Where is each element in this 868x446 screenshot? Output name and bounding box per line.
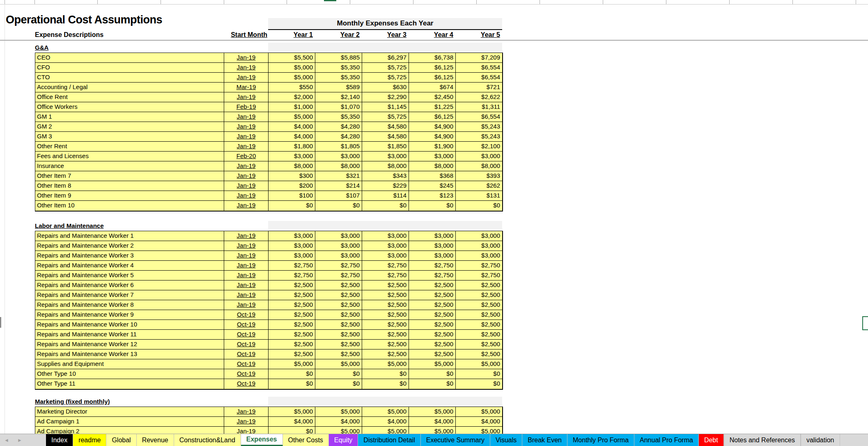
year-value-cell[interactable]: $674 [409,83,456,92]
year-value-cell[interactable]: $5,725 [362,73,409,83]
year-value-cell[interactable]: $2,450 [409,92,456,102]
year-value-cell[interactable]: $8,000 [456,161,503,171]
year-value-cell[interactable]: $393 [456,171,503,181]
expense-name-cell[interactable]: GM 2 [35,122,224,132]
year-value-cell[interactable]: $123 [409,191,456,201]
year-value-cell[interactable]: $2,750 [409,261,456,271]
year-value-cell[interactable]: $2,750 [362,271,409,280]
year-value-cell[interactable]: $2,500 [362,280,409,290]
expense-name-cell[interactable]: Repairs and Maintenance Worker 8 [35,300,224,310]
year-value-cell[interactable]: $100 [269,191,315,201]
year-value-cell[interactable]: $2,500 [362,340,409,349]
sheet-tab-other-costs[interactable]: Other Costs [283,434,329,446]
year-value-cell[interactable]: $2,750 [315,261,362,271]
start-month-cell[interactable]: Jan-19 [224,92,269,102]
year-value-cell[interactable]: $262 [456,181,503,191]
year-value-cell[interactable]: $3,000 [456,231,503,241]
year-value-cell[interactable]: $4,280 [315,122,362,132]
expense-name-cell[interactable]: Other Rent [35,142,224,152]
start-month-cell[interactable]: Oct-19 [224,320,269,330]
start-month-cell[interactable]: Feb-20 [224,152,269,161]
year-value-cell[interactable]: $2,500 [456,320,503,330]
expense-name-cell[interactable]: Repairs and Maintenance Worker 9 [35,310,224,320]
year-value-cell[interactable]: $5,243 [456,122,503,132]
start-month-cell[interactable]: Jan-19 [224,181,269,191]
year-value-cell[interactable]: $2,500 [315,330,362,340]
year-value-cell[interactable]: $5,000 [362,407,409,417]
year-value-cell[interactable]: $114 [362,191,409,201]
year-value-cell[interactable]: $0 [409,379,456,389]
year-value-cell[interactable]: $2,500 [362,330,409,340]
year-value-cell[interactable]: $6,738 [409,53,456,63]
sheet-tab-construction-land[interactable]: Construction&Land [174,434,241,446]
year-value-cell[interactable]: $3,000 [315,241,362,251]
year-value-cell[interactable]: $5,500 [269,53,315,63]
year-value-cell[interactable]: $3,000 [362,241,409,251]
expense-name-cell[interactable]: Other Type 10 [35,369,224,379]
year-value-cell[interactable]: $0 [456,379,503,389]
year-value-cell[interactable]: $1,311 [456,102,503,112]
year-value-cell[interactable]: $2,750 [456,271,503,280]
expense-name-cell[interactable]: CFO [35,63,224,73]
start-month-cell[interactable]: Feb-19 [224,102,269,112]
year-value-cell[interactable]: $2,750 [269,271,315,280]
year-value-cell[interactable]: $2,500 [269,340,315,349]
year-value-cell[interactable]: $2,500 [456,300,503,310]
year-value-cell[interactable]: $2,500 [456,280,503,290]
start-month-cell[interactable]: Jan-19 [224,407,269,417]
year-value-cell[interactable]: $2,500 [362,290,409,300]
year-value-cell[interactable]: $2,622 [456,92,503,102]
year-value-cell[interactable]: $3,000 [269,251,315,261]
year-value-cell[interactable]: $7,209 [456,53,503,63]
year-value-cell[interactable]: $5,243 [456,132,503,142]
tab-scroll-left-icon[interactable]: ◄ [4,437,9,443]
year-value-cell[interactable]: $3,000 [362,152,409,161]
start-month-cell[interactable]: Oct-19 [224,359,269,369]
year-value-cell[interactable]: $4,580 [362,132,409,142]
year-value-cell[interactable]: $550 [269,83,315,92]
start-month-cell[interactable]: Oct-19 [224,379,269,389]
expense-name-cell[interactable]: GM 1 [35,112,224,122]
start-month-cell[interactable]: Oct-19 [224,310,269,320]
year-value-cell[interactable]: $0 [315,379,362,389]
year-value-cell[interactable]: $1,805 [315,142,362,152]
sheet-tab-validation[interactable]: validation [801,434,840,446]
sheet-tab-break-even[interactable]: Break Even [522,434,567,446]
year-value-cell[interactable]: $1,070 [315,102,362,112]
year-value-cell[interactable]: $2,000 [269,92,315,102]
year-value-cell[interactable]: $5,000 [315,359,362,369]
year-value-cell[interactable]: $229 [362,181,409,191]
tab-scroll-right-icon[interactable]: ► [17,437,22,443]
year-value-cell[interactable]: $2,500 [269,290,315,300]
expense-name-cell[interactable]: Fees and Licenses [35,152,224,161]
year-value-cell[interactable]: $6,554 [456,73,503,83]
year-value-cell[interactable]: $2,500 [409,290,456,300]
year-value-cell[interactable]: $245 [409,181,456,191]
year-value-cell[interactable]: $4,000 [409,417,456,427]
year-value-cell[interactable]: $3,000 [362,231,409,241]
expense-name-cell[interactable]: Other Type 11 [35,379,224,389]
year-value-cell[interactable]: $3,000 [269,241,315,251]
year-value-cell[interactable]: $2,500 [456,330,503,340]
year-value-cell[interactable]: $5,000 [409,359,456,369]
year-value-cell[interactable]: $2,500 [315,340,362,349]
start-month-cell[interactable]: Jan-19 [224,241,269,251]
year-value-cell[interactable]: $2,500 [409,340,456,349]
year-value-cell[interactable]: $2,100 [456,142,503,152]
year-value-cell[interactable]: $8,000 [315,161,362,171]
sheet-tab-executive-summary[interactable]: Executive Summary [421,434,490,446]
start-month-cell[interactable]: Jan-19 [224,251,269,261]
expense-name-cell[interactable]: Repairs and Maintenance Worker 4 [35,261,224,271]
year-value-cell[interactable]: $321 [315,171,362,181]
year-value-cell[interactable]: $2,500 [362,310,409,320]
sheet-tab-distribution-detail[interactable]: Distribution Detail [358,434,420,446]
sheet-tab-global[interactable]: Global [106,434,136,446]
year-value-cell[interactable]: $1,145 [362,102,409,112]
expense-name-cell[interactable]: Repairs and Maintenance Worker 10 [35,320,224,330]
expense-name-cell[interactable]: Insurance [35,161,224,171]
year-value-cell[interactable]: $3,000 [269,152,315,161]
year-value-cell[interactable]: $8,000 [269,161,315,171]
year-value-cell[interactable]: $2,750 [456,261,503,271]
start-month-cell[interactable]: Jan-19 [224,231,269,241]
year-value-cell[interactable]: $200 [269,181,315,191]
